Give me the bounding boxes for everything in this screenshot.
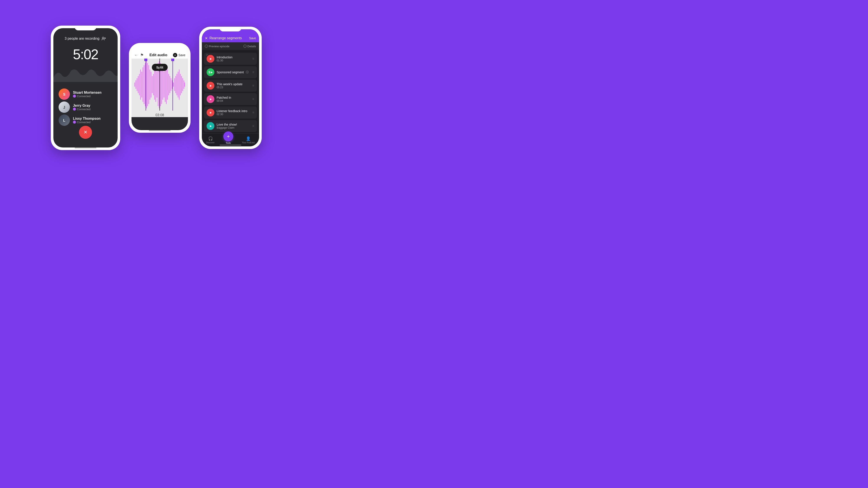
svg-rect-40 (171, 78, 172, 91)
waveform-container[interactable]: Split (131, 59, 188, 117)
segment-patched[interactable]: Patched In 00:04 ≡ (204, 93, 257, 105)
svg-text:J: J (63, 106, 65, 109)
svg-rect-17 (144, 65, 145, 104)
preview-icon: ○ (205, 45, 208, 48)
waveform-svg (134, 59, 185, 110)
recording-timer: 5:02 (73, 46, 98, 62)
nav-discover[interactable]: 🎧 Discover (206, 136, 215, 144)
segment-update[interactable]: This week's update 05:23 ≡ (204, 79, 257, 92)
avatar-stuart: S (59, 89, 70, 100)
seg-play-love[interactable] (207, 122, 214, 130)
info-icon-sponsored[interactable]: ⓘ (246, 70, 249, 74)
recording-screen: 3 people are recording 5:02 (53, 28, 118, 148)
user-icon: 👤 (246, 136, 251, 141)
segment-sponsored[interactable]: $ Sponsored segment ⓘ ≡ (204, 66, 257, 78)
nav-tools-label: Tools (226, 142, 231, 144)
participant-name-lissy: Lissy Thompson (73, 117, 100, 121)
seg-play-listener[interactable] (207, 109, 214, 117)
seg-info-introduction: Introduction 01:30 (217, 56, 250, 62)
cut-handle-right[interactable] (171, 59, 174, 61)
drag-handle-sponsored[interactable]: ≡ (252, 70, 254, 74)
bottom-nav: 🎧 Discover + Tools 👤 Your Podcast (202, 133, 259, 147)
notch-1 (75, 26, 96, 30)
cut-handle-left[interactable] (144, 59, 147, 61)
notch-3 (220, 27, 241, 31)
nav-tools[interactable]: + Tools (223, 136, 233, 144)
details-label[interactable]: ○ Details (244, 45, 256, 48)
seg-subtitle-patched: 00:04 (217, 99, 250, 102)
participant-info-jerry: Jerry Gray Connected (73, 104, 91, 111)
seg-title-listener: Listener feedback intro (217, 109, 250, 113)
preview-label[interactable]: ○ Preview episode (205, 45, 229, 48)
svg-rect-13 (139, 74, 140, 95)
seg-info-listener: Listener feedback intro 02:30 (217, 109, 250, 116)
svg-rect-9 (134, 83, 135, 87)
drag-handle-love[interactable]: ≡ (252, 124, 254, 128)
home-bar-1 (75, 148, 96, 148)
status-dot-lissy (73, 121, 76, 124)
participant-status-jerry: Connected (73, 107, 91, 111)
svg-rect-19 (146, 61, 147, 108)
svg-rect-23 (151, 72, 152, 98)
add-button[interactable]: + (223, 131, 233, 141)
status-dot-stuart (73, 95, 76, 98)
segment-introduction[interactable]: Introduction 01:30 ≡ (204, 53, 257, 65)
seg-title-patched: Patched In (217, 96, 250, 99)
phone-segments: ✕ Rearrange segments Save ○ Preview epis… (199, 27, 262, 149)
flag-icon[interactable]: ⚑ (140, 53, 144, 58)
participant-stuart: S Stuart Mortensen Connected (59, 89, 113, 100)
drag-handle-patched[interactable]: ≡ (252, 97, 254, 101)
svg-rect-10 (135, 80, 136, 89)
nav-discover-label: Discover (206, 141, 215, 144)
seg-info-update: This week's update 05:23 (217, 83, 250, 89)
seg-subtitle-introduction: 01:30 (217, 59, 250, 62)
close-icon[interactable]: ✕ (205, 36, 208, 40)
add-person-icon[interactable] (101, 36, 106, 41)
seg-info-sponsored: Sponsored segment (217, 70, 244, 74)
svg-rect-52 (184, 83, 185, 87)
svg-rect-22 (150, 69, 150, 100)
save-button[interactable]: Save (173, 53, 185, 57)
music-note-icon: ♪ (206, 53, 208, 56)
drag-handle-introduction[interactable]: ≡ (252, 57, 254, 61)
seg-play-patched[interactable] (207, 95, 214, 103)
cut-line-left[interactable] (146, 59, 146, 110)
svg-rect-44 (175, 76, 176, 93)
home-bar-3 (220, 145, 241, 145)
nav-podcast[interactable]: 👤 Your Podcast (242, 136, 255, 144)
segment-love[interactable]: Love the show! Baggage Claim ≡ (204, 120, 257, 132)
svg-rect-38 (168, 74, 169, 95)
participant-status-stuart: Connected (73, 95, 101, 98)
svg-rect-39 (169, 76, 170, 93)
seg-play-update[interactable] (207, 82, 214, 90)
segments-save-button[interactable]: Save (249, 36, 256, 40)
back-icon[interactable]: ← (134, 53, 138, 58)
seg-info-love: Love the show! Baggage Claim (217, 123, 250, 129)
phone-recording: 3 people are recording 5:02 (51, 26, 120, 150)
svg-rect-46 (178, 72, 179, 98)
edit-header-left: ← ⚑ (134, 53, 144, 58)
phone2-bottom-bar (131, 117, 188, 130)
timestamp: 03:08 (155, 113, 164, 117)
end-call-button[interactable]: ✕ (79, 126, 92, 139)
segment-listener[interactable]: Listener feedback intro 02:30 ≡ (204, 106, 257, 119)
seg-play-sponsored[interactable]: $ (207, 68, 214, 76)
svg-rect-45 (177, 74, 178, 95)
svg-text:S: S (63, 93, 65, 96)
svg-rect-25 (153, 74, 154, 95)
segments-screen: ✕ Rearrange segments Save ○ Preview epis… (202, 29, 259, 147)
segments-list: ♪ Introduction 01:30 ≡ $ Sponsored seg (202, 50, 259, 133)
notch-2 (149, 43, 170, 48)
cut-line-right[interactable] (173, 59, 173, 110)
svg-rect-27 (155, 67, 156, 102)
seg-subtitle-listener: 02:30 (217, 113, 250, 116)
seg-play-introduction[interactable] (207, 55, 214, 63)
details-icon: ○ (244, 45, 247, 48)
svg-rect-36 (166, 65, 167, 104)
audio-wave (53, 65, 118, 82)
drag-handle-listener[interactable]: ≡ (252, 110, 254, 115)
status-dot-jerry (73, 107, 76, 110)
drag-handle-update[interactable]: ≡ (252, 84, 254, 88)
svg-rect-42 (173, 83, 174, 87)
svg-point-0 (102, 37, 104, 39)
